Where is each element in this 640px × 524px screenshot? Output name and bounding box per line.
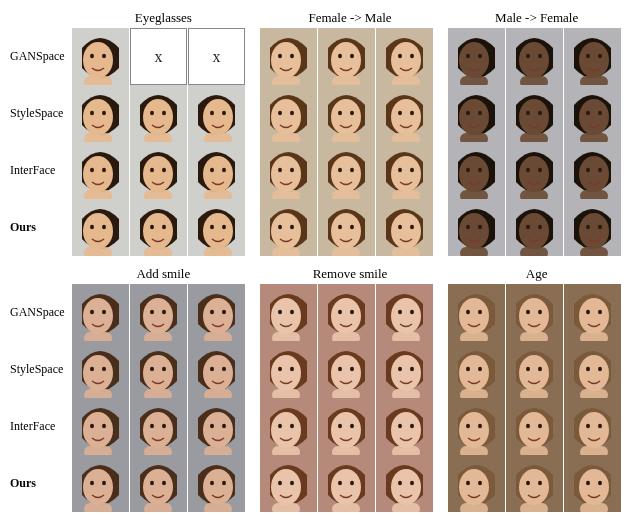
face-icon [448, 28, 505, 85]
face-icon [376, 85, 433, 142]
cell-group [448, 28, 630, 85]
svg-point-132 [150, 225, 154, 229]
face-icon [564, 398, 621, 455]
svg-point-26 [519, 42, 549, 78]
face-thumb [564, 199, 621, 256]
face-icon [564, 142, 621, 199]
svg-point-318 [222, 481, 226, 485]
svg-rect-234 [272, 389, 300, 398]
svg-point-287 [398, 424, 402, 428]
svg-point-338 [478, 481, 482, 485]
svg-rect-74 [520, 133, 548, 142]
svg-point-217 [90, 367, 94, 371]
face-icon [448, 85, 505, 142]
svg-rect-294 [460, 446, 488, 455]
svg-point-13 [350, 54, 354, 58]
column-headers: Eyeglasses Female -> Male Male -> Female [70, 10, 630, 26]
table-row: Ours [10, 199, 630, 256]
svg-point-346 [579, 469, 609, 505]
svg-rect-169 [580, 247, 608, 256]
face-thumb [318, 398, 375, 455]
face-thumb [448, 199, 505, 256]
svg-rect-19 [392, 76, 420, 85]
face-thumb [260, 341, 317, 398]
face-icon [376, 142, 433, 199]
svg-point-176 [143, 298, 173, 334]
face-icon [506, 284, 563, 341]
svg-point-41 [143, 99, 173, 135]
svg-point-337 [466, 481, 470, 485]
face-icon [72, 284, 129, 341]
cell-group [260, 85, 442, 142]
svg-point-52 [278, 111, 282, 115]
svg-point-116 [519, 156, 549, 192]
cell-group [448, 398, 630, 455]
face-icon [376, 284, 433, 341]
face-icon [448, 398, 505, 455]
svg-point-272 [210, 424, 214, 428]
svg-rect-269 [144, 446, 172, 455]
face-thumb [188, 284, 245, 341]
svg-point-257 [586, 367, 590, 371]
svg-rect-4 [84, 76, 112, 85]
table-row: InterFace [10, 398, 630, 455]
svg-point-293 [478, 424, 482, 428]
svg-point-171 [83, 298, 113, 334]
face-thumb [72, 455, 129, 512]
svg-point-332 [398, 481, 402, 485]
svg-point-208 [538, 310, 542, 314]
svg-point-143 [290, 225, 294, 229]
face-thumb [564, 28, 621, 85]
svg-point-237 [338, 367, 342, 371]
cell-group [448, 284, 630, 341]
svg-point-203 [478, 310, 482, 314]
svg-point-172 [90, 310, 94, 314]
svg-point-37 [90, 111, 94, 115]
svg-point-102 [338, 168, 342, 172]
face-thumb [506, 199, 563, 256]
face-icon [188, 341, 245, 398]
svg-point-31 [579, 42, 609, 78]
face-icon [376, 199, 433, 256]
face-thumb [564, 455, 621, 512]
row-groups [72, 284, 630, 341]
face-thumb [564, 142, 621, 199]
row-label: Ours [10, 199, 72, 256]
missing-cell: x [130, 28, 187, 85]
svg-point-138 [222, 225, 226, 229]
svg-point-117 [526, 168, 530, 172]
svg-rect-259 [580, 389, 608, 398]
svg-point-121 [579, 156, 609, 192]
svg-point-153 [410, 225, 414, 229]
svg-point-96 [271, 156, 301, 192]
svg-point-192 [338, 310, 342, 314]
face-thumb [188, 341, 245, 398]
cell-group [72, 284, 254, 341]
face-icon [260, 199, 317, 256]
face-icon [506, 142, 563, 199]
svg-point-191 [331, 298, 361, 334]
svg-point-282 [338, 424, 342, 428]
svg-rect-209 [520, 332, 548, 341]
svg-point-342 [526, 481, 530, 485]
svg-point-56 [331, 99, 361, 135]
svg-point-161 [519, 213, 549, 249]
svg-point-266 [143, 412, 173, 448]
svg-rect-349 [580, 503, 608, 512]
svg-point-308 [102, 481, 106, 485]
row-label: InterFace [10, 142, 72, 199]
svg-point-222 [150, 367, 154, 371]
svg-rect-264 [84, 446, 112, 455]
cell-group [260, 341, 442, 398]
svg-point-313 [162, 481, 166, 485]
svg-rect-194 [332, 332, 360, 341]
svg-point-62 [398, 111, 402, 115]
svg-point-168 [598, 225, 602, 229]
face-thumb [260, 85, 317, 142]
svg-point-61 [391, 99, 421, 135]
svg-point-32 [586, 54, 590, 58]
svg-point-328 [350, 481, 354, 485]
svg-point-186 [271, 298, 301, 334]
svg-point-273 [222, 424, 226, 428]
face-thumb [188, 142, 245, 199]
